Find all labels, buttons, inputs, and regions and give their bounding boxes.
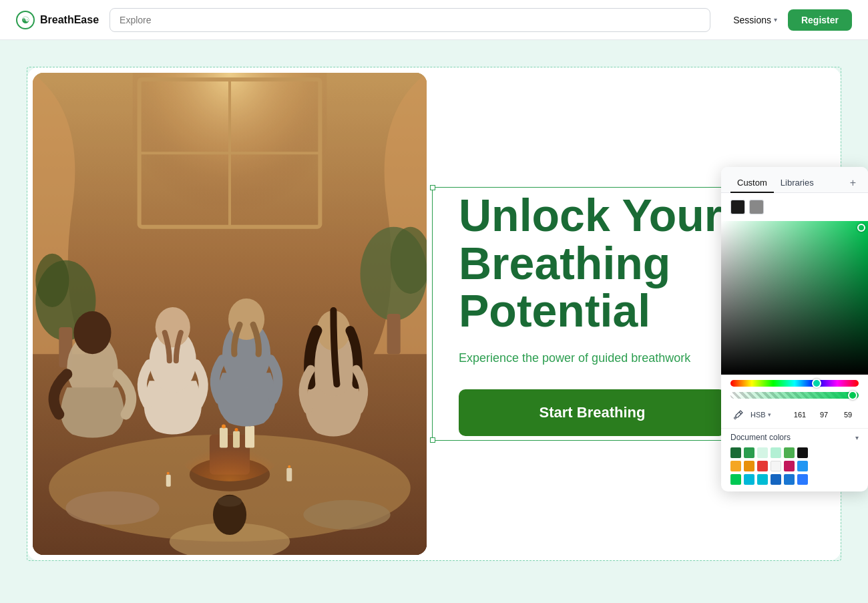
hue-slider[interactable] bbox=[730, 380, 859, 387]
hsb-values: 161 97 59 bbox=[789, 411, 859, 419]
meditation-scene-svg bbox=[33, 73, 427, 555]
doc-colors-row-3 bbox=[730, 474, 859, 485]
hsb-mode-selector[interactable]: HSB ▾ bbox=[750, 411, 771, 419]
doc-swatch[interactable] bbox=[797, 447, 808, 458]
panel-tabs: Custom Libraries + bbox=[721, 167, 868, 193]
handle-top-left[interactable] bbox=[430, 185, 435, 190]
sessions-chevron-icon: ▾ bbox=[774, 16, 777, 23]
hue-slider-container bbox=[721, 375, 868, 389]
doc-swatch[interactable] bbox=[771, 447, 781, 458]
hsb-row: HSB ▾ 161 97 59 bbox=[721, 404, 868, 428]
doc-colors-label: Document colors bbox=[730, 433, 791, 442]
doc-colors-row-1 bbox=[730, 447, 859, 458]
mode-chevron-icon: ▾ bbox=[768, 411, 771, 418]
top-swatches-row bbox=[721, 193, 868, 221]
app-name: BreathEase bbox=[40, 14, 99, 26]
handle-bottom-left[interactable] bbox=[430, 437, 435, 443]
gradient-picker[interactable] bbox=[721, 221, 868, 375]
logo-icon: ☯ bbox=[16, 11, 35, 29]
cta-button[interactable]: Start Breathing bbox=[459, 389, 726, 436]
svg-rect-38 bbox=[33, 73, 427, 555]
doc-swatch[interactable] bbox=[730, 474, 741, 485]
doc-colors-section: Document colors ▾ bbox=[721, 428, 868, 491]
navbar: ☯ BreathEase Sessions ▾ Register bbox=[0, 0, 868, 40]
alpha-slider-container bbox=[721, 389, 868, 404]
hsb-mode-label: HSB bbox=[750, 411, 766, 419]
doc-swatch[interactable] bbox=[771, 474, 781, 485]
swatch-black[interactable] bbox=[730, 200, 745, 214]
doc-colors-row-2 bbox=[730, 461, 859, 471]
tab-custom[interactable]: Custom bbox=[730, 174, 774, 193]
doc-swatch[interactable] bbox=[784, 447, 795, 458]
canvas-frame: Unlock Your Breathing Potential Experien… bbox=[27, 67, 841, 561]
logo[interactable]: ☯ BreathEase bbox=[16, 11, 99, 29]
doc-swatch[interactable] bbox=[784, 474, 795, 485]
doc-colors-chevron-icon[interactable]: ▾ bbox=[855, 434, 859, 441]
register-button[interactable]: Register bbox=[788, 9, 852, 31]
doc-swatch[interactable] bbox=[771, 461, 781, 471]
h-value[interactable]: 161 bbox=[789, 411, 811, 419]
hero-image bbox=[33, 73, 427, 555]
eyedropper-button[interactable] bbox=[730, 407, 746, 423]
swatch-gray[interactable] bbox=[749, 200, 764, 214]
doc-swatch[interactable] bbox=[784, 461, 795, 471]
add-tab-button[interactable]: + bbox=[847, 174, 859, 192]
hero-image-inner bbox=[33, 73, 427, 555]
search-input[interactable] bbox=[110, 8, 710, 32]
doc-swatch[interactable] bbox=[757, 447, 768, 458]
doc-swatch[interactable] bbox=[744, 447, 754, 458]
hue-cursor[interactable] bbox=[812, 379, 821, 388]
alpha-cursor[interactable] bbox=[848, 391, 857, 400]
tab-libraries[interactable]: Libraries bbox=[774, 174, 821, 193]
doc-swatch[interactable] bbox=[730, 461, 741, 471]
navbar-actions: Sessions ▾ Register bbox=[733, 9, 852, 31]
sessions-button[interactable]: Sessions ▾ bbox=[733, 15, 777, 25]
main-content: Unlock Your Breathing Potential Experien… bbox=[0, 40, 868, 603]
doc-swatch[interactable] bbox=[797, 474, 808, 485]
gradient-bg bbox=[721, 221, 868, 375]
color-picker-panel: Custom Libraries + bbox=[721, 167, 868, 491]
svg-point-39 bbox=[734, 417, 736, 419]
gradient-cursor[interactable] bbox=[857, 224, 865, 232]
s-value[interactable]: 97 bbox=[813, 411, 835, 419]
doc-swatch[interactable] bbox=[744, 461, 754, 471]
doc-colors-grid bbox=[730, 447, 859, 485]
alpha-slider[interactable] bbox=[730, 392, 859, 399]
doc-swatch[interactable] bbox=[757, 461, 768, 471]
doc-swatch[interactable] bbox=[757, 474, 768, 485]
doc-colors-header: Document colors ▾ bbox=[730, 433, 859, 442]
doc-swatch[interactable] bbox=[797, 461, 808, 471]
b-value[interactable]: 59 bbox=[837, 411, 859, 419]
hero-section: Unlock Your Breathing Potential Experien… bbox=[27, 67, 841, 560]
doc-swatch[interactable] bbox=[730, 447, 741, 458]
eyedropper-icon bbox=[734, 410, 743, 419]
doc-swatch[interactable] bbox=[744, 474, 754, 485]
sessions-label: Sessions bbox=[733, 15, 771, 25]
